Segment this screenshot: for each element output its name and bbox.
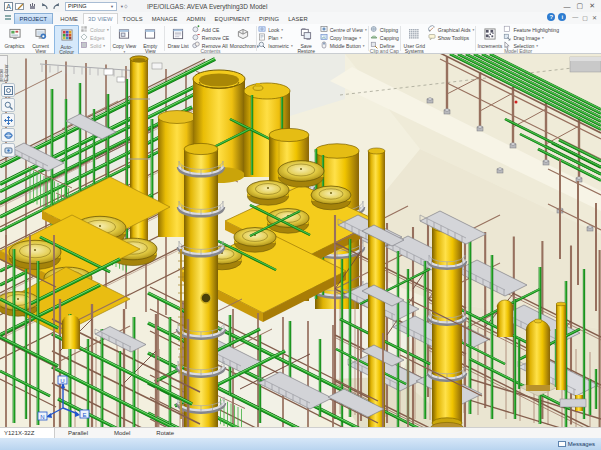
solid-icon — [80, 41, 88, 50]
solid-button[interactable]: Solid▾ — [80, 42, 109, 49]
current-view-button[interactable]: Current View — [28, 25, 53, 54]
middle-button-button[interactable]: Middle Button▾ — [320, 42, 367, 49]
clipping-button[interactable]: Clipping — [370, 26, 399, 33]
ribbon-group-manipulate: Look▾Plan▾Isometric▾Save RestoreCentre o… — [257, 24, 368, 53]
application-window: A PIPING▼ ▾ ⬦ IPE/OILGAS: AVEVA Everythi… — [0, 0, 601, 450]
discipline-combobox[interactable]: PIPING▼ — [65, 2, 117, 11]
ribbon-group-clip-and-cap: ClippingCappingDefineClip and Cap — [369, 24, 400, 53]
colour-button[interactable]: Colour▾ — [80, 26, 109, 33]
middle-button-icon — [320, 41, 328, 50]
user-grid-systems-button[interactable]: User Grid Systems — [402, 25, 427, 54]
walk-tool-button[interactable] — [1, 143, 15, 157]
isometric-button[interactable]: Isometric▾ — [258, 42, 292, 49]
plug-icon[interactable] — [27, 1, 37, 11]
minimize-button[interactable]: — — [564, 3, 571, 10]
zoom-window-tool-button[interactable] — [1, 83, 15, 97]
plan-button[interactable]: Plan▾ — [258, 34, 292, 41]
svg-text:U: U — [60, 378, 64, 384]
graphical-aids-button[interactable]: Graphical Aids▾ — [428, 26, 475, 33]
doc-minimize-button[interactable]: — — [572, 14, 578, 21]
document-window-controls: — ▢ ✕ — [572, 14, 597, 21]
aveva-logo-icon[interactable]: A — [3, 1, 13, 11]
window-title: IPE/OILGAS: AVEVA Everything3D Model — [147, 3, 267, 10]
capping-button[interactable]: Capping — [370, 34, 399, 41]
title-bar: A PIPING▼ ▾ ⬦ IPE/OILGAS: AVEVA Everythi… — [0, 0, 601, 12]
tab-home[interactable]: HOME — [56, 14, 83, 24]
messages-button[interactable]: Messages — [558, 441, 595, 447]
ribbon-group-aids: User Grid SystemsGraphical Aids▾Show Too… — [401, 24, 476, 53]
drag-image-button[interactable]: Drag Image▾ — [503, 34, 559, 41]
help-area: ? i — ▢ ✕ — [547, 13, 597, 21]
feature-highlighting-button[interactable]: Feature Highlighting — [503, 26, 559, 33]
zoom-tool-button[interactable] — [1, 98, 15, 112]
save-restore-icon — [300, 26, 312, 44]
left-dock-strip: Model Explorer — [0, 55, 15, 157]
edges-button[interactable]: Edges — [80, 34, 109, 41]
ribbon-tab-bar: PROJECTHOME3D VIEWTOOLSMANAGEADMINEQUIPM… — [0, 12, 601, 24]
status-bar: Y121X-32Z Parallel Model Rotate — [0, 427, 601, 438]
3d-model-scene[interactable]: UNE — [0, 54, 601, 427]
ribbon-group-model-editor: IncrementsFeature HighlightingDrag Image… — [476, 24, 560, 53]
3d-viewport[interactable]: UNE Model Explorer — [0, 54, 601, 427]
tab-project[interactable]: PROJECT — [14, 13, 53, 24]
auto-colour-button[interactable]: Auto-Colour — [54, 25, 79, 56]
current-element-name: Y121X-32Z — [0, 428, 55, 438]
messages-icon — [558, 441, 566, 447]
svg-text:E: E — [82, 412, 86, 418]
empty-view-icon — [144, 26, 156, 44]
save-restore-button[interactable]: Save Restore — [294, 25, 319, 54]
tab-manage[interactable]: MANAGE — [147, 14, 182, 24]
walk-icon — [4, 141, 13, 159]
add-ce-button[interactable]: Add CE — [192, 26, 229, 33]
tab-3d-view[interactable]: 3D VIEW — [83, 13, 119, 24]
maximize-button[interactable]: ▢ — [577, 2, 584, 10]
bottom-message-bar: Messages — [0, 438, 601, 450]
tab-laser[interactable]: LASER — [284, 14, 313, 24]
tab-equipment[interactable]: EQUIPMENT — [210, 14, 254, 24]
empty-view-button[interactable]: Empty View — [138, 25, 163, 54]
tab-admin[interactable]: ADMIN — [182, 14, 210, 24]
svg-text:N: N — [40, 414, 44, 420]
remove-ce-button[interactable]: Remove CE — [192, 34, 229, 41]
orbit-tool-button[interactable] — [1, 128, 15, 142]
file-menu-icon[interactable] — [2, 13, 14, 24]
show-tooltips-button[interactable]: Show Tooltips — [428, 34, 475, 41]
auto-colour-icon — [61, 27, 73, 45]
ribbon-group-settings: GraphicsCurrent ViewAuto-ColourColour▾Ed… — [1, 24, 110, 53]
redo-icon[interactable] — [51, 1, 61, 11]
help-icon[interactable]: ? — [547, 13, 555, 21]
copy-view-icon — [118, 26, 130, 44]
model-explorer-tab[interactable]: Model Explorer — [0, 55, 8, 82]
combo-extra-icon[interactable]: ▾ ⬦ — [119, 1, 129, 11]
projection-mode[interactable]: Parallel — [55, 430, 101, 436]
centre-of-view-button[interactable]: Centre of View▾ — [320, 26, 367, 33]
graphics-icon — [9, 26, 21, 44]
undo-icon[interactable] — [39, 1, 49, 11]
current-view-icon — [35, 26, 47, 44]
pan-tool-button[interactable] — [1, 113, 15, 127]
rotate-indicator[interactable]: Rotate — [143, 430, 187, 436]
draw-list-button[interactable]: Draw List — [166, 25, 191, 49]
doc-restore-button[interactable]: ▢ — [582, 14, 588, 21]
tab-piping[interactable]: PIPING — [254, 14, 283, 24]
ribbon-group-new: Copy View ▾Empty ViewNew — [111, 24, 164, 53]
export-icon[interactable] — [15, 1, 25, 11]
monochrome-button[interactable]: Monochrome — [230, 25, 255, 49]
window-controls: — ▢ ✕ — [564, 2, 599, 10]
copy-view-button[interactable]: Copy View ▾ — [112, 25, 137, 55]
ribbon: GraphicsCurrent ViewAuto-ColourColour▾Ed… — [0, 24, 601, 54]
monochrome-icon — [237, 26, 249, 44]
tooltips-icon — [428, 33, 436, 42]
tab-tools[interactable]: TOOLS — [118, 14, 147, 24]
svg-text:A: A — [6, 3, 11, 10]
copy-image-button[interactable]: Copy Image▾ — [320, 34, 367, 41]
info-icon[interactable]: i — [558, 13, 566, 21]
doc-close-button[interactable]: ✕ — [592, 14, 597, 21]
look-button[interactable]: Look▾ — [258, 26, 292, 33]
user-grid-icon — [408, 26, 420, 44]
mode-indicator[interactable]: Model — [101, 430, 143, 436]
increments-button[interactable]: Increments — [477, 25, 502, 49]
isometric-icon — [258, 41, 266, 50]
graphics-button[interactable]: Graphics — [2, 25, 27, 49]
close-button[interactable]: ✕ — [589, 2, 595, 10]
